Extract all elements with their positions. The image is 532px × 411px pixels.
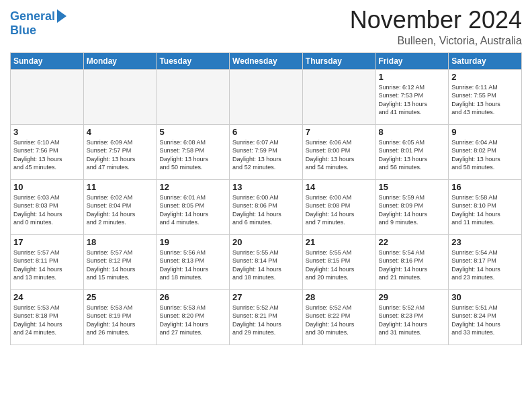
cell-3-6: 23Sunrise: 5:54 AM Sunset: 8:17 PM Dayli… [449, 234, 522, 289]
day-num-1-1: 4 [87, 127, 154, 137]
cell-4-5: 29Sunrise: 5:52 AM Sunset: 8:23 PM Dayli… [375, 289, 449, 345]
header: General Blue November 2024 Bulleen, Vict… [10, 7, 522, 47]
day-num-1-5: 8 [379, 127, 446, 137]
day-num-3-3: 20 [232, 237, 300, 247]
cell-2-4: 14Sunrise: 6:00 AM Sunset: 8:08 PM Dayli… [302, 179, 375, 234]
cell-1-2: 5Sunrise: 6:08 AM Sunset: 7:58 PM Daylig… [157, 124, 230, 179]
day-num-2-4: 14 [306, 182, 373, 192]
day-num-3-0: 17 [13, 237, 81, 247]
cell-4-0: 24Sunrise: 5:53 AM Sunset: 8:18 PM Dayli… [11, 289, 84, 345]
day-num-1-3: 6 [232, 127, 300, 137]
day-info-3-4: Sunrise: 5:55 AM Sunset: 8:15 PM Dayligh… [306, 248, 373, 282]
day-info-4-0: Sunrise: 5:53 AM Sunset: 8:18 PM Dayligh… [13, 304, 81, 337]
cell-0-2 [157, 69, 230, 124]
day-info-2-4: Sunrise: 6:00 AM Sunset: 8:08 PM Dayligh… [306, 193, 373, 227]
day-num-3-1: 18 [87, 237, 154, 247]
day-num-2-6: 16 [451, 182, 519, 192]
day-num-3-6: 23 [451, 237, 519, 247]
day-info-1-0: Sunrise: 6:10 AM Sunset: 7:56 PM Dayligh… [13, 138, 81, 172]
day-num-0-5: 1 [379, 72, 446, 82]
week-row-4: 24Sunrise: 5:53 AM Sunset: 8:18 PM Dayli… [11, 289, 522, 345]
day-info-3-1: Sunrise: 5:57 AM Sunset: 8:12 PM Dayligh… [87, 248, 154, 282]
day-num-4-5: 29 [379, 292, 446, 302]
week-row-2: 10Sunrise: 6:03 AM Sunset: 8:03 PM Dayli… [11, 179, 522, 234]
day-info-4-3: Sunrise: 5:52 AM Sunset: 8:21 PM Dayligh… [232, 304, 300, 337]
day-info-3-6: Sunrise: 5:54 AM Sunset: 8:17 PM Dayligh… [451, 248, 519, 282]
day-info-4-4: Sunrise: 5:52 AM Sunset: 8:22 PM Dayligh… [306, 304, 373, 337]
day-num-4-1: 25 [87, 292, 154, 302]
day-num-3-5: 22 [379, 237, 446, 247]
day-info-1-4: Sunrise: 6:06 AM Sunset: 8:00 PM Dayligh… [306, 138, 373, 172]
day-info-1-1: Sunrise: 6:09 AM Sunset: 7:57 PM Dayligh… [87, 138, 154, 172]
day-info-4-2: Sunrise: 5:53 AM Sunset: 8:20 PM Dayligh… [159, 304, 226, 337]
cell-1-4: 7Sunrise: 6:06 AM Sunset: 8:00 PM Daylig… [302, 124, 375, 179]
cell-3-3: 20Sunrise: 5:55 AM Sunset: 8:14 PM Dayli… [230, 234, 303, 289]
day-info-2-3: Sunrise: 6:00 AM Sunset: 8:06 PM Dayligh… [232, 193, 300, 227]
cell-4-2: 26Sunrise: 5:53 AM Sunset: 8:20 PM Dayli… [157, 289, 230, 345]
title-section: November 2024 Bulleen, Victoria, Austral… [350, 7, 522, 47]
cell-1-1: 4Sunrise: 6:09 AM Sunset: 7:57 PM Daylig… [83, 124, 157, 179]
day-num-3-4: 21 [306, 237, 373, 247]
day-info-0-5: Sunrise: 6:12 AM Sunset: 7:53 PM Dayligh… [379, 83, 446, 117]
cell-2-5: 15Sunrise: 5:59 AM Sunset: 8:09 PM Dayli… [375, 179, 449, 234]
cell-0-0 [11, 69, 84, 124]
day-info-3-3: Sunrise: 5:55 AM Sunset: 8:14 PM Dayligh… [232, 248, 300, 282]
day-info-3-2: Sunrise: 5:56 AM Sunset: 8:13 PM Dayligh… [159, 248, 226, 282]
calendar-table: Sunday Monday Tuesday Wednesday Thursday… [10, 52, 522, 345]
cell-0-6: 2Sunrise: 6:11 AM Sunset: 7:55 PM Daylig… [449, 69, 522, 124]
day-num-3-2: 19 [159, 237, 226, 247]
cell-4-3: 27Sunrise: 5:52 AM Sunset: 8:21 PM Dayli… [230, 289, 303, 345]
cell-2-3: 13Sunrise: 6:00 AM Sunset: 8:06 PM Dayli… [230, 179, 303, 234]
header-thursday: Thursday [302, 52, 375, 69]
day-num-4-3: 27 [232, 292, 300, 302]
day-info-3-5: Sunrise: 5:54 AM Sunset: 8:16 PM Dayligh… [379, 248, 446, 282]
day-info-4-5: Sunrise: 5:52 AM Sunset: 8:23 PM Dayligh… [379, 304, 446, 337]
cell-1-0: 3Sunrise: 6:10 AM Sunset: 7:56 PM Daylig… [11, 124, 84, 179]
cell-1-6: 9Sunrise: 6:04 AM Sunset: 8:02 PM Daylig… [449, 124, 522, 179]
day-num-1-2: 5 [159, 127, 226, 137]
cell-0-5: 1Sunrise: 6:12 AM Sunset: 7:53 PM Daylig… [375, 69, 449, 124]
month-title: November 2024 [350, 7, 522, 34]
cell-3-5: 22Sunrise: 5:54 AM Sunset: 8:16 PM Dayli… [375, 234, 449, 289]
logo: General Blue [10, 7, 66, 38]
day-info-3-0: Sunrise: 5:57 AM Sunset: 8:11 PM Dayligh… [13, 248, 81, 282]
header-sunday: Sunday [11, 52, 84, 69]
day-num-2-0: 10 [13, 182, 81, 192]
page: General Blue November 2024 Bulleen, Vict… [0, 0, 532, 411]
day-info-0-6: Sunrise: 6:11 AM Sunset: 7:55 PM Dayligh… [451, 83, 519, 117]
day-info-2-1: Sunrise: 6:02 AM Sunset: 8:04 PM Dayligh… [87, 193, 154, 227]
cell-2-2: 12Sunrise: 6:01 AM Sunset: 8:05 PM Dayli… [157, 179, 230, 234]
day-num-1-6: 9 [451, 127, 519, 137]
week-row-0: 1Sunrise: 6:12 AM Sunset: 7:53 PM Daylig… [11, 69, 522, 124]
cell-3-1: 18Sunrise: 5:57 AM Sunset: 8:12 PM Dayli… [83, 234, 157, 289]
header-friday: Friday [375, 52, 449, 69]
cell-4-1: 25Sunrise: 5:53 AM Sunset: 8:19 PM Dayli… [83, 289, 157, 345]
cell-0-4 [302, 69, 375, 124]
day-num-4-0: 24 [13, 292, 81, 302]
day-num-4-6: 30 [451, 292, 519, 302]
day-info-1-3: Sunrise: 6:07 AM Sunset: 7:59 PM Dayligh… [232, 138, 300, 172]
cell-2-6: 16Sunrise: 5:58 AM Sunset: 8:10 PM Dayli… [449, 179, 522, 234]
day-num-1-0: 3 [13, 127, 81, 137]
day-num-1-4: 7 [306, 127, 373, 137]
cell-1-3: 6Sunrise: 6:07 AM Sunset: 7:59 PM Daylig… [230, 124, 303, 179]
day-info-4-6: Sunrise: 5:51 AM Sunset: 8:24 PM Dayligh… [451, 304, 519, 337]
cell-3-2: 19Sunrise: 5:56 AM Sunset: 8:13 PM Dayli… [157, 234, 230, 289]
header-wednesday: Wednesday [230, 52, 303, 69]
day-num-4-4: 28 [306, 292, 373, 302]
day-num-2-5: 15 [379, 182, 446, 192]
header-tuesday: Tuesday [157, 52, 230, 69]
week-row-1: 3Sunrise: 6:10 AM Sunset: 7:56 PM Daylig… [11, 124, 522, 179]
weekday-header-row: Sunday Monday Tuesday Wednesday Thursday… [11, 52, 522, 69]
cell-0-3 [230, 69, 303, 124]
day-info-4-1: Sunrise: 5:53 AM Sunset: 8:19 PM Dayligh… [87, 304, 154, 337]
day-info-2-2: Sunrise: 6:01 AM Sunset: 8:05 PM Dayligh… [159, 193, 226, 227]
day-num-2-2: 12 [159, 182, 226, 192]
cell-2-0: 10Sunrise: 6:03 AM Sunset: 8:03 PM Dayli… [11, 179, 84, 234]
day-info-1-2: Sunrise: 6:08 AM Sunset: 7:58 PM Dayligh… [159, 138, 226, 172]
cell-3-4: 21Sunrise: 5:55 AM Sunset: 8:15 PM Dayli… [302, 234, 375, 289]
day-num-0-6: 2 [451, 72, 519, 82]
day-num-2-1: 11 [87, 182, 154, 192]
week-row-3: 17Sunrise: 5:57 AM Sunset: 8:11 PM Dayli… [11, 234, 522, 289]
day-info-1-6: Sunrise: 6:04 AM Sunset: 8:02 PM Dayligh… [451, 138, 519, 172]
